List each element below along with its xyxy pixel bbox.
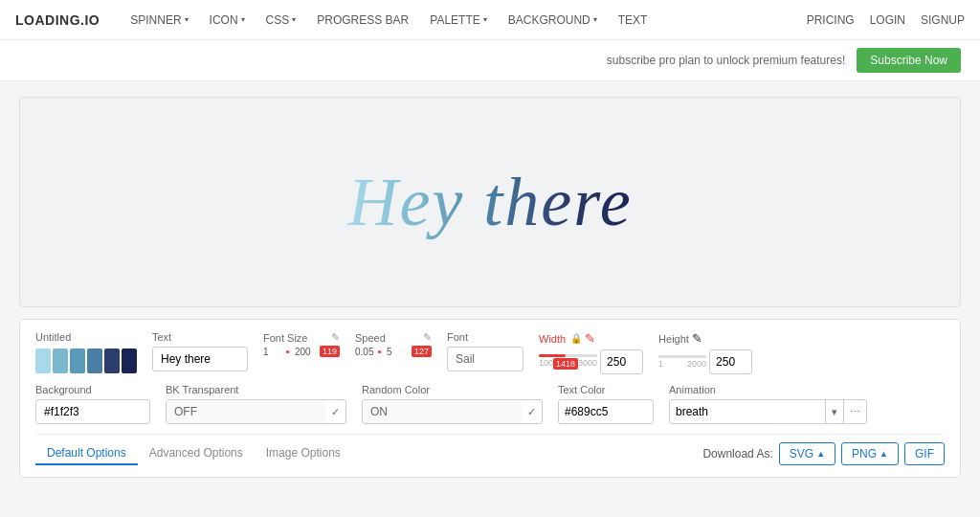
download-section: Download As: SVG ▲ PNG ▲ GIF xyxy=(702,442,945,465)
speed-edit-icon[interactable]: ✎ xyxy=(423,331,432,344)
text-label: Text xyxy=(152,331,248,343)
font-size-fill xyxy=(286,350,289,353)
swatch-2[interactable] xyxy=(53,348,68,373)
nav-item-text[interactable]: TEXT xyxy=(611,10,656,31)
text-color-input[interactable] xyxy=(559,405,654,418)
swatch-6[interactable] xyxy=(122,348,137,373)
navigation: LOADING.IO SPINNER ▾ ICON ▾ CSS ▾ PROGRE… xyxy=(0,0,980,40)
text-input[interactable] xyxy=(152,347,248,371)
text-color-group: Text Color xyxy=(558,384,654,424)
random-color-input[interactable] xyxy=(363,400,522,423)
speed-track[interactable] xyxy=(378,350,383,353)
font-size-max: 200 xyxy=(295,347,314,357)
download-label: Download As: xyxy=(702,447,772,461)
height-max: 2000 xyxy=(687,359,706,369)
font-label: Font xyxy=(447,331,523,343)
nav-item-css[interactable]: CSS ▾ xyxy=(258,10,304,31)
height-label: Height xyxy=(658,333,689,345)
chevron-down-icon: ▾ xyxy=(593,15,597,24)
nav-item-palette[interactable]: PALETTE ▾ xyxy=(422,10,494,31)
tab-default-options[interactable]: Default Options xyxy=(35,442,138,465)
nav-signup[interactable]: SIGNUP xyxy=(921,13,965,27)
animation-input[interactable] xyxy=(670,405,825,418)
main-content: Hey there Untitled Text xyxy=(0,81,980,493)
chevron-down-icon: ▾ xyxy=(185,15,189,24)
download-svg-button[interactable]: SVG ▲ xyxy=(779,442,835,465)
height-min: 1 xyxy=(658,359,663,369)
promo-message: subscribe pro plan to unlock premium fea… xyxy=(607,54,845,67)
bottom-bar: Default Options Advanced Options Image O… xyxy=(35,434,945,465)
png-dropdown-arrow: ▲ xyxy=(880,449,888,459)
preview-area: Hey there xyxy=(19,97,961,307)
bk-trans-toggle: ✓ xyxy=(166,399,346,424)
speed-group: Speed ✎ 0.05 5 127 xyxy=(355,331,432,357)
random-color-label: Random Color xyxy=(362,384,543,395)
bg-input[interactable] xyxy=(36,405,150,418)
font-size-min: 1 xyxy=(263,347,282,357)
speed-fill xyxy=(378,350,381,353)
controls-row-1: Untitled Text Font Size ✎ xyxy=(35,331,945,374)
height-fill xyxy=(658,355,664,358)
nav-pricing[interactable]: PRICING xyxy=(807,13,855,27)
nav-links: SPINNER ▾ ICON ▾ CSS ▾ PROGRESS BAR PALE… xyxy=(122,10,806,31)
nav-right: PRICING LOGIN SIGNUP xyxy=(807,13,965,27)
animation-dropdown-button[interactable]: ▾ xyxy=(825,400,843,423)
width-min: 100 xyxy=(539,358,553,370)
height-group: Height ✎ 1 2000 xyxy=(658,331,752,374)
tab-links: Default Options Advanced Options Image O… xyxy=(35,442,352,465)
controls-row-2: Background BK Transparent ✓ Random Color xyxy=(35,384,945,424)
swatch-1[interactable] xyxy=(35,348,51,373)
nav-item-icon[interactable]: ICON ▾ xyxy=(202,10,253,31)
font-size-track[interactable] xyxy=(286,350,291,353)
speed-max: 5 xyxy=(387,347,406,357)
bg-label: Background xyxy=(35,384,150,395)
chevron-down-icon: ▾ xyxy=(483,15,487,24)
width-edit-icon[interactable]: ✎ xyxy=(585,331,595,346)
nav-item-background[interactable]: BACKGROUND ▾ xyxy=(501,10,605,31)
subscribe-button[interactable]: Subscribe Now xyxy=(857,48,961,73)
name-group: Untitled xyxy=(35,331,137,373)
width-max: 3000 xyxy=(578,358,597,370)
text-color-label: Text Color xyxy=(558,384,654,395)
preview-text: Hey there xyxy=(347,163,632,242)
random-color-toggle: ✓ xyxy=(362,399,543,424)
font-group: Font xyxy=(447,331,523,371)
height-edit-icon[interactable]: ✎ xyxy=(692,331,702,346)
nav-item-progress-bar[interactable]: PROGRESS BAR xyxy=(309,10,416,31)
width-track[interactable] xyxy=(539,354,597,357)
tab-advanced-options[interactable]: Advanced Options xyxy=(138,442,255,465)
animation-extra-button[interactable]: ⋯ xyxy=(843,400,866,423)
logo[interactable]: LOADING.IO xyxy=(15,12,100,28)
download-gif-button[interactable]: GIF xyxy=(904,442,945,465)
font-size-group: Font Size ✎ 1 200 119 xyxy=(263,331,340,357)
width-input[interactable] xyxy=(600,349,643,374)
height-track[interactable] xyxy=(658,355,706,358)
text-group: Text xyxy=(152,331,248,371)
lock-icon: 🔒 xyxy=(570,333,582,344)
height-input[interactable] xyxy=(709,349,752,374)
speed-label: Speed xyxy=(355,332,386,344)
font-size-badge: 119 xyxy=(320,346,340,357)
width-label: Width xyxy=(539,333,566,345)
nav-login[interactable]: LOGIN xyxy=(870,13,905,27)
controls-panel: Untitled Text Font Size ✎ xyxy=(19,319,961,478)
random-color-group: Random Color ✓ xyxy=(362,384,543,424)
nav-item-spinner[interactable]: SPINNER ▾ xyxy=(122,10,195,31)
checkmark-icon: ✓ xyxy=(325,406,345,418)
swatch-5[interactable] xyxy=(104,348,120,373)
bk-trans-input[interactable] xyxy=(167,400,325,423)
speed-badge: 127 xyxy=(412,346,432,357)
download-png-button[interactable]: PNG ▲ xyxy=(841,442,899,465)
width-fill xyxy=(539,354,566,357)
swatch-3[interactable] xyxy=(70,348,85,373)
color-palette[interactable] xyxy=(35,348,137,373)
chevron-down-icon: ▾ xyxy=(292,15,296,24)
font-size-label: Font Size xyxy=(263,332,307,344)
background-group: Background xyxy=(35,384,150,424)
font-input[interactable] xyxy=(447,347,523,371)
bk-transparent-group: BK Transparent ✓ xyxy=(166,384,346,424)
edit-icon[interactable]: ✎ xyxy=(331,331,340,344)
promo-bar: subscribe pro plan to unlock premium fea… xyxy=(0,40,980,81)
tab-image-options[interactable]: Image Options xyxy=(255,442,352,465)
swatch-4[interactable] xyxy=(87,348,102,373)
